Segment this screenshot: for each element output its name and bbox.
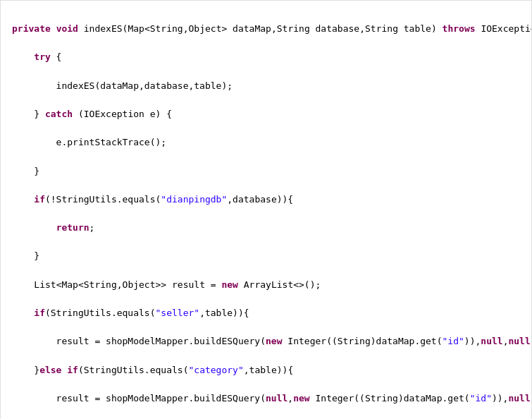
line-8: return; [12, 221, 520, 235]
line-10: List<Map<String,Object>> result = new Ar… [12, 278, 520, 292]
line-1: private void indexES(Map<String,Object> … [12, 22, 520, 36]
code-block: private void indexES(Map<String,Object> … [12, 8, 520, 419]
line-7: if(!StringUtils.equals("dianpingdb",data… [12, 193, 520, 207]
line-9: } [12, 249, 520, 263]
code-container: private void indexES(Map<String,Object> … [0, 0, 532, 419]
line-11: if(StringUtils.equals("seller",table)){ [12, 306, 520, 320]
line-2: try { [12, 50, 520, 64]
line-3: indexES(dataMap,database,table); [12, 79, 520, 93]
line-12: result = shopModelMapper.buildESQuery(ne… [12, 334, 520, 348]
line-4: } catch (IOException e) { [12, 107, 520, 121]
line-14: result = shopModelMapper.buildESQuery(nu… [12, 391, 520, 406]
line-6: } [12, 164, 520, 178]
line-13: }else if(StringUtils.equals("category",t… [12, 363, 520, 377]
line-5: e.printStackTrace(); [12, 135, 520, 150]
